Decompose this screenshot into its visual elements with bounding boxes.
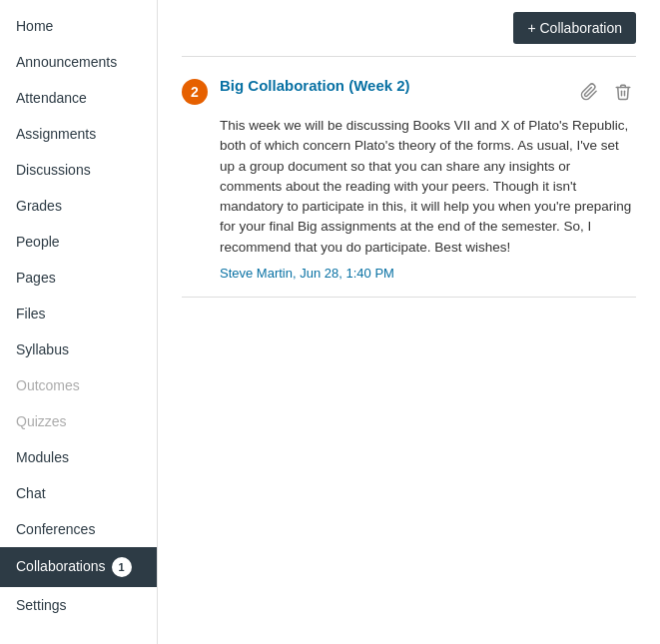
collaboration-item: 2 Big Collaboration (Week 2): [182, 57, 636, 298]
collaboration-actions: [576, 81, 636, 108]
sidebar-item-label: Attendance: [16, 90, 87, 106]
page-header: + Collaboration: [182, 0, 636, 57]
sidebar-item-pages[interactable]: Pages: [0, 260, 157, 296]
sidebar-item-label: Home: [16, 18, 53, 34]
sidebar-item-label: Outcomes: [16, 377, 80, 393]
sidebar-item-label: Settings: [16, 597, 67, 613]
collaboration-description: This week we will be discussing Books VI…: [220, 116, 636, 258]
sidebar-item-chat[interactable]: Chat: [0, 475, 157, 511]
sidebar-item-label: Grades: [16, 198, 62, 214]
sidebar-item-conferences[interactable]: Conferences: [0, 511, 157, 547]
main-content: + Collaboration 2 Big Collaboration (Wee…: [158, 0, 660, 644]
collaboration-date: Jun 28, 1:40 PM: [300, 266, 394, 281]
collaboration-meta: Steve Martin, Jun 28, 1:40 PM: [220, 266, 636, 281]
sidebar-item-label: Quizzes: [16, 413, 67, 429]
sidebar-item-label: People: [16, 234, 60, 250]
sidebar-item-label: Assignments: [16, 126, 96, 142]
sidebar-item-attendance[interactable]: Attendance: [0, 80, 157, 116]
sidebar-item-home[interactable]: Home: [0, 8, 157, 44]
sidebar-item-assignments[interactable]: Assignments: [0, 116, 157, 152]
sidebar-item-modules[interactable]: Modules: [0, 439, 157, 475]
collaboration-title[interactable]: Big Collaboration (Week 2): [220, 77, 410, 94]
delete-collaboration-button[interactable]: [610, 81, 636, 108]
sidebar-item-grades[interactable]: Grades: [0, 188, 157, 224]
sidebar-item-syllabus[interactable]: Syllabus: [0, 331, 157, 367]
sidebar-item-settings[interactable]: Settings: [0, 587, 157, 623]
sidebar-item-discussions[interactable]: Discussions: [0, 152, 157, 188]
sidebar: HomeAnnouncementsAttendanceAssignmentsDi…: [0, 0, 158, 644]
sidebar-item-announcements[interactable]: Announcements: [0, 44, 157, 80]
sidebar-item-quizzes: Quizzes: [0, 403, 157, 439]
collaboration-badge: 2: [182, 79, 208, 105]
sidebar-item-label: Syllabus: [16, 341, 69, 357]
sidebar-item-label: Chat: [16, 485, 46, 501]
sidebar-badge: 1: [112, 557, 132, 577]
sidebar-item-outcomes: Outcomes: [0, 367, 157, 403]
sidebar-item-label: Discussions: [16, 162, 91, 178]
sidebar-item-label: Collaborations: [16, 558, 106, 574]
collaboration-author: Steve Martin,: [220, 266, 297, 281]
sidebar-item-label: Files: [16, 306, 46, 322]
add-collaboration-button[interactable]: + Collaboration: [513, 12, 636, 44]
sidebar-item-label: Announcements: [16, 54, 117, 70]
sidebar-item-label: Conferences: [16, 521, 95, 537]
sidebar-item-people[interactable]: People: [0, 224, 157, 260]
edit-collaboration-button[interactable]: [576, 81, 602, 108]
sidebar-item-files[interactable]: Files: [0, 296, 157, 331]
collaboration-content: Big Collaboration (Week 2): [220, 77, 636, 281]
sidebar-item-collaborations[interactable]: Collaborations1: [0, 547, 157, 587]
sidebar-item-label: Pages: [16, 270, 56, 286]
sidebar-item-label: Modules: [16, 449, 69, 465]
